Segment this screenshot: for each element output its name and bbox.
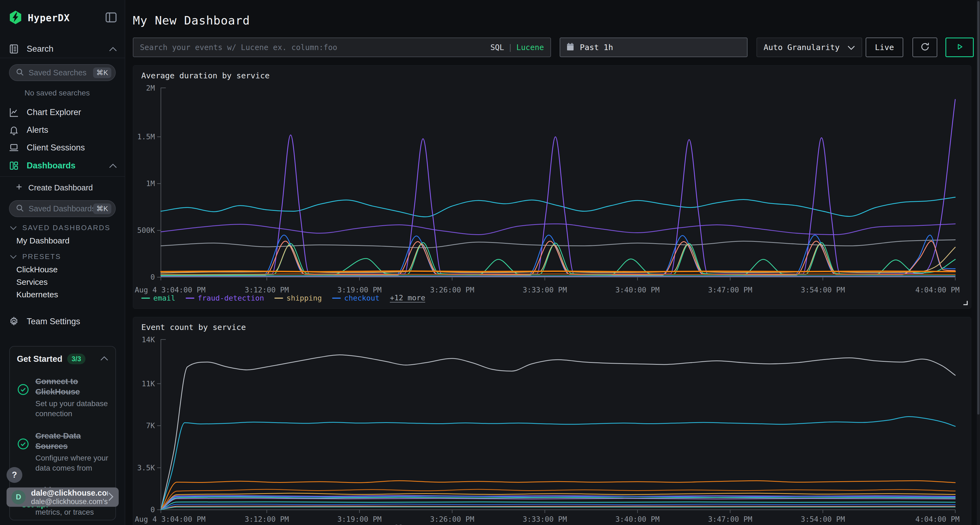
get-started-item-desc: Configure where your data comes from (35, 453, 108, 473)
svg-text:3:33:00 PM: 3:33:00 PM (523, 285, 567, 294)
event-search-bar[interactable]: SQL | Lucene (133, 38, 551, 57)
svg-text:3:40:00 PM: 3:40:00 PM (616, 285, 660, 294)
svg-text:Aug 4 3:04:00 PM: Aug 4 3:04:00 PM (135, 285, 205, 294)
svg-text:3.5K: 3.5K (137, 463, 155, 472)
live-label: Live (875, 43, 894, 52)
refresh-button[interactable] (913, 38, 937, 57)
svg-text:0: 0 (151, 273, 155, 281)
legend-item-fraud-detection[interactable]: fraud-detection (186, 523, 264, 525)
sidebar-collapse-icon[interactable] (105, 12, 117, 24)
get-started-item[interactable]: Connect to ClickHouse Set up your databa… (17, 376, 108, 419)
get-started-item-title: Connect to ClickHouse (35, 376, 108, 397)
sidebar-item-label: Chart Explorer (27, 108, 81, 117)
brand-name: HyperDX (28, 13, 105, 24)
legend-item-checkout[interactable]: checkout (332, 523, 379, 525)
legend-swatch (332, 298, 341, 299)
user-email: dale@clickhouse.com (31, 488, 108, 498)
svg-text:3:26:00 PM: 3:26:00 PM (430, 285, 474, 294)
sidebar-item-kubernetes[interactable]: Kubernetes (16, 290, 58, 299)
svg-text:3:12:00 PM: 3:12:00 PM (245, 515, 289, 523)
legend-item-checkout[interactable]: checkout (332, 294, 379, 302)
create-dashboard-button[interactable]: Create Dashboard (0, 181, 125, 195)
svg-text:3:47:00 PM: 3:47:00 PM (708, 285, 752, 294)
panel-resize-handle[interactable] (963, 300, 968, 306)
series-teal-low (161, 507, 955, 510)
time-range-picker[interactable] (560, 38, 748, 57)
chart-legend: emailfraud-detectionshippingcheckout+12 … (141, 293, 425, 303)
legend-label: fraud-detection (197, 523, 264, 525)
plus-icon (15, 183, 23, 193)
section-label: PRESETS (22, 252, 61, 261)
chart-line-icon (8, 107, 20, 118)
legend-item-email[interactable]: email (141, 523, 175, 525)
sidebar-item-label: Team Settings (27, 317, 80, 327)
divider (0, 176, 125, 177)
check-circle-icon (17, 438, 29, 473)
play-icon (956, 43, 964, 52)
sidebar-item-my-dashboard[interactable]: My Dashboard (16, 236, 69, 245)
line-chart-event-count: 03.5K7K11K14KAug 4 3:04:00 PM3:12:00 PM3… (133, 317, 972, 525)
legend-label: shipping (286, 523, 322, 525)
legend-swatch (141, 298, 150, 299)
sidebar-item-label: Client Sessions (27, 143, 85, 152)
legend-label: checkout (344, 294, 379, 302)
sidebar-item-client-sessions[interactable]: Client Sessions (0, 140, 125, 155)
svg-text:3:47:00 PM: 3:47:00 PM (708, 515, 752, 523)
sidebar-item-dashboards[interactable]: Dashboards (0, 158, 125, 174)
chevron-up-icon[interactable] (100, 356, 108, 362)
svg-text:3:26:00 PM: 3:26:00 PM (430, 515, 474, 523)
laptop-icon (8, 142, 20, 153)
svg-text:4:04:00 PM: 4:04:00 PM (915, 515, 959, 523)
legend-item-email[interactable]: email (141, 294, 175, 302)
svg-text:7K: 7K (146, 421, 155, 430)
svg-text:3:19:00 PM: 3:19:00 PM (337, 285, 382, 294)
time-range-input[interactable] (580, 43, 741, 52)
saved-searches-input[interactable] (29, 68, 93, 77)
legend-item-fraud-detection[interactable]: fraud-detection (186, 294, 264, 302)
legend-item-shipping[interactable]: shipping (274, 294, 322, 302)
event-search-input[interactable] (140, 43, 490, 52)
granularity-select[interactable]: Auto Granularity (757, 38, 862, 57)
sidebar-item-chart-explorer[interactable]: Chart Explorer (0, 105, 125, 120)
lang-toggle-lucene[interactable]: Lucene (516, 43, 544, 52)
sidebar-item-clickhouse[interactable]: ClickHouse (16, 265, 58, 274)
dashboard-layout-icon (8, 160, 20, 171)
legend-item-shipping[interactable]: shipping (274, 523, 322, 525)
sidebar-item-label: Dashboards (27, 161, 75, 171)
scrollbar[interactable] (977, 0, 980, 525)
saved-dashboards-search[interactable]: ⌘K (9, 200, 116, 217)
live-button[interactable]: Live (865, 38, 903, 57)
sidebar: HyperDX Search ⌘K No saved searches Char… (0, 0, 125, 525)
divider (0, 58, 125, 58)
chevron-right-icon (108, 492, 114, 503)
refresh-icon (920, 41, 930, 53)
line-chart-avg-duration: 0500K1M1.5M2MAug 4 3:04:00 PM3:12:00 PM3… (133, 65, 972, 309)
series-orange-flat (161, 271, 955, 272)
saved-dashboards-section[interactable]: SAVED DASHBOARDS (10, 224, 110, 232)
search-icon (16, 204, 24, 214)
get-started-title: Get Started (17, 354, 62, 364)
svg-text:3:54:00 PM: 3:54:00 PM (800, 515, 845, 523)
calendar-icon (566, 43, 574, 52)
sidebar-item-services[interactable]: Services (16, 278, 48, 287)
sidebar-item-team-settings[interactable]: Team Settings (0, 313, 125, 330)
scrollbar-thumb[interactable] (977, 1, 980, 414)
sidebar-item-search[interactable]: Search (0, 41, 125, 57)
lang-toggle-sql[interactable]: SQL (490, 43, 504, 52)
svg-text:Aug 4 3:04:00 PM: Aug 4 3:04:00 PM (135, 515, 205, 523)
saved-searches-search[interactable]: ⌘K (9, 64, 116, 81)
get-started-item[interactable]: Create Data Sources Configure where your… (17, 431, 108, 473)
help-button[interactable]: ? (6, 467, 22, 483)
presets-section[interactable]: PRESETS (10, 252, 61, 261)
svg-text:3:12:00 PM: 3:12:00 PM (245, 285, 289, 294)
shortcut-badge: ⌘K (93, 67, 111, 78)
legend-more-link[interactable]: +12 more (390, 523, 425, 525)
user-menu[interactable]: D dale@clickhouse.com dale@clickhouse.co… (6, 487, 119, 507)
sidebar-item-alerts[interactable]: Alerts (0, 122, 125, 138)
check-circle-icon (17, 383, 29, 419)
gear-icon (8, 316, 20, 327)
saved-dashboards-input[interactable] (29, 204, 93, 213)
chart-panel-event-count: Event count by service 03.5K7K11K14KAug … (133, 317, 971, 525)
legend-more-link[interactable]: +12 more (390, 293, 425, 303)
run-query-button[interactable] (945, 38, 974, 57)
